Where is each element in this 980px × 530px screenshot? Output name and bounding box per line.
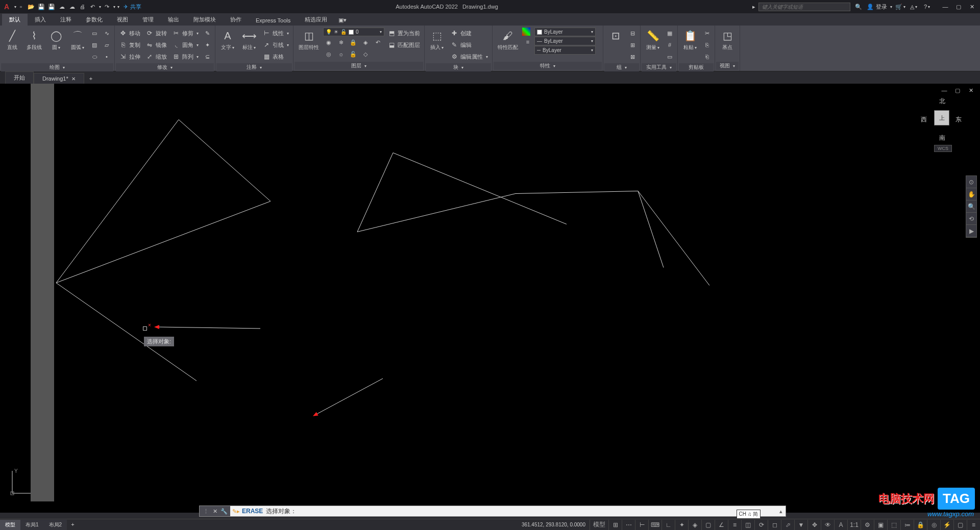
file-tab-start[interactable]: 开始 (5, 71, 34, 84)
ungroup-icon[interactable]: ⊟ (627, 28, 638, 39)
layer-uniso-icon[interactable]: ◇ (360, 48, 371, 60)
lwt-toggle-icon[interactable]: ≡ (728, 520, 741, 530)
lock-ui-icon[interactable]: 🔒 (914, 520, 927, 530)
nav-wheel-icon[interactable]: ⊙ (966, 176, 976, 188)
paste-button[interactable]: 📋粘贴▾ (680, 28, 700, 52)
tab-parametric[interactable]: 参数化 (79, 14, 110, 26)
copy-button[interactable]: ⎘复制 (117, 39, 142, 51)
selection-filter-icon[interactable]: ▼ (794, 520, 807, 530)
file-tab-drawing1[interactable]: Drawing1* ✕ (34, 73, 84, 84)
autodesk-app-icon[interactable]: ◬▾ (909, 2, 919, 12)
layer-iso-icon[interactable]: ◈ (360, 37, 371, 48)
cmdline-grip-icon[interactable]: ⋮ (202, 507, 210, 515)
layer-thaw-icon[interactable]: ☼ (335, 48, 347, 60)
isolate-icon[interactable]: ◎ (927, 520, 940, 530)
create-block-button[interactable]: ✚创建 (448, 28, 490, 39)
polar-toggle-icon[interactable]: ✦ (675, 520, 688, 530)
group-edit-icon[interactable]: ⊞ (627, 39, 638, 51)
app-logo-icon[interactable]: A (2, 2, 11, 11)
minimize-button[interactable]: — (939, 2, 951, 11)
login-button[interactable]: 👤 登录 ▾ (867, 3, 892, 11)
arc-button[interactable]: ⌒圆弧▾ (67, 28, 88, 52)
close-icon[interactable]: ✕ (71, 76, 76, 82)
select-icon[interactable]: ▭ (664, 51, 675, 62)
nav-showmotion-icon[interactable]: ▶ (966, 225, 976, 237)
text-button[interactable]: A文字▾ (217, 28, 238, 52)
file-tab-add-button[interactable]: + (84, 73, 97, 84)
insert-block-button[interactable]: ⬚插入▾ (427, 28, 447, 52)
dynamic-input-icon[interactable]: ⌨ (648, 520, 662, 530)
copy-clip-icon[interactable]: ⎘ (701, 39, 713, 51)
anno-monitor-icon[interactable]: ▣ (874, 520, 887, 530)
qat-customize-icon[interactable]: ▾ (117, 5, 119, 9)
viewcube-east[interactable]: 东 (955, 115, 962, 124)
lineweight-combo[interactable]: —ByLayer▾ (534, 37, 596, 45)
color-combo[interactable]: ByLayer▾ (534, 28, 596, 36)
tab-default[interactable]: 默认 (2, 14, 28, 26)
help-icon[interactable]: ?▾ (922, 2, 932, 12)
erase-icon[interactable]: ✎ (202, 28, 213, 39)
layer-prev-icon[interactable]: ↶ (372, 37, 383, 48)
tab-insert[interactable]: 插入 (28, 14, 53, 26)
search-trigger-icon[interactable]: ▸ (752, 4, 755, 10)
cut-icon[interactable]: ✂ (701, 28, 713, 39)
layer-unlock-icon[interactable]: 🔓 (348, 48, 359, 60)
offset-icon[interactable]: ⊆ (202, 51, 213, 62)
new-icon[interactable]: ▫ (16, 2, 26, 11)
isodraft-icon[interactable]: ◈ (688, 520, 701, 530)
tab-express[interactable]: Express Tools (249, 15, 298, 26)
ellipse-icon[interactable]: ⬭ (89, 51, 100, 62)
workspace-icon[interactable]: ⚙ (861, 520, 874, 530)
command-recent-dropdown-icon[interactable]: ▴ (779, 508, 782, 515)
snap-toggle-icon[interactable]: ⋯ (622, 520, 635, 530)
measure-button[interactable]: 📏测量▾ (643, 28, 663, 52)
group-button[interactable]: ⊡ (605, 28, 626, 44)
spline-icon[interactable]: ∿ (101, 28, 112, 39)
linetype-combo[interactable]: ─ByLayer▾ (534, 46, 596, 55)
hatch-icon[interactable]: ▨ (89, 39, 100, 51)
maximize-button[interactable]: ▢ (952, 2, 965, 11)
web-save-icon[interactable]: ☁ (67, 2, 77, 11)
leader-button[interactable]: ↗引线▾ (260, 39, 291, 51)
autoscale-icon[interactable]: A (834, 520, 847, 530)
group-bb-icon[interactable]: ⊠ (627, 51, 638, 62)
set-current-layer-button[interactable]: ⬒置为当前 (385, 28, 422, 39)
ortho-toggle-icon[interactable]: ∟ (662, 520, 675, 530)
search-icon[interactable]: 🔍 (853, 2, 864, 12)
dyn-ucs-icon[interactable]: ⬀ (781, 520, 794, 530)
gizmo-icon[interactable]: ✥ (807, 520, 821, 530)
tab-expand-icon[interactable]: ▣▾ (334, 15, 351, 26)
fillet-button[interactable]: ◟圆角▾ (170, 39, 201, 51)
edit-attr-button[interactable]: ⚙编辑属性▾ (448, 51, 490, 62)
close-button[interactable]: ✕ (966, 2, 978, 11)
saveas-icon[interactable]: 💾 (47, 2, 56, 11)
nav-orbit-icon[interactable]: ⟲ (966, 213, 976, 225)
share-button[interactable]: ✈ 共享 (124, 3, 141, 11)
tab-manage[interactable]: 管理 (135, 14, 161, 26)
command-line-handle[interactable]: ⋮ ✕ 🔧 (200, 506, 230, 516)
table-button[interactable]: ▦表格 (260, 51, 291, 62)
cmdline-config-icon[interactable]: 🔧 (220, 507, 228, 515)
cmdline-close-icon[interactable]: ✕ (211, 507, 219, 515)
web-open-icon[interactable]: ☁ (57, 2, 66, 11)
anno-scale-icon[interactable]: 1:1 (847, 520, 861, 530)
transparency-icon[interactable]: ◫ (741, 520, 754, 530)
props-ltype-icon[interactable]: ≡ (522, 36, 533, 47)
view-cube[interactable]: 北 西 东 南 上 WCS (919, 94, 965, 155)
undo-dropdown-icon[interactable]: ▾ (99, 5, 101, 9)
quick-props-icon[interactable]: ≔ (900, 520, 914, 530)
undo-icon[interactable]: ↶ (88, 2, 97, 11)
copy-base-icon[interactable]: ⎗ (701, 51, 713, 62)
layout-tab-2[interactable]: 布局2 (44, 520, 67, 530)
circle-button[interactable]: ◯圆▾ (46, 28, 66, 52)
coordinate-display[interactable]: 361.4512, 293.8120, 0.0000 (522, 522, 585, 527)
linear-dim-button[interactable]: ⊢线性▾ (260, 28, 291, 39)
infer-toggle-icon[interactable]: ⊢ (635, 520, 648, 530)
trim-button[interactable]: ✂修剪▾ (170, 28, 201, 39)
line-button[interactable]: ╱直线 (2, 28, 22, 52)
viewcube-west[interactable]: 西 (921, 115, 927, 124)
match-props-button[interactable]: 🖌特性匹配 (495, 28, 521, 52)
redo-dropdown-icon[interactable]: ▾ (113, 5, 115, 9)
grid-toggle-icon[interactable]: ⊞ (608, 520, 622, 530)
units-icon[interactable]: ⬚ (887, 520, 900, 530)
